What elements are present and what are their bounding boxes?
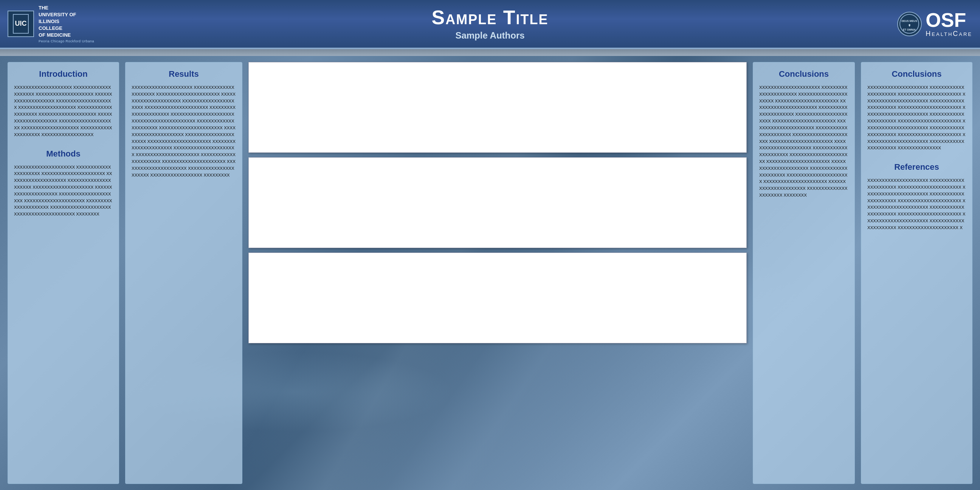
results-text: XXXXXXXXXXXXXXXXXXXXX XXXXXXXXXXXXXXXXXX… xyxy=(132,84,236,178)
poster-title: Sample Title xyxy=(113,7,867,29)
uic-text-block: The University of Illinois College of Me… xyxy=(38,5,94,43)
image-box-2 xyxy=(248,157,747,248)
results-title: Results xyxy=(132,69,236,79)
osf-emblem-icon: DEUS MEUS ✟ ET OMNIA xyxy=(897,12,922,36)
svg-text:✟: ✟ xyxy=(908,24,911,27)
panel-conclusions-1: Conclusions XXXXXXXXXXXXXXXXXXXXX XXXXXX… xyxy=(753,62,855,484)
osf-sub-text: HealthCare xyxy=(926,30,972,38)
uic-logo: UIC The University of Illinois College o… xyxy=(8,5,113,43)
header-separator xyxy=(0,49,980,56)
image-box-3 xyxy=(248,253,747,343)
conclusions2-title: Conclusions xyxy=(867,69,966,79)
header: UIC The University of Illinois College o… xyxy=(0,0,980,49)
osf-big-text: OSF xyxy=(926,10,972,30)
header-center: Sample Title Sample Authors xyxy=(113,7,867,40)
panel-intro-methods: Introduction XXXXXXXXXXXXXXXXXXXX XXXXXX… xyxy=(8,62,119,484)
poster-authors: Sample Authors xyxy=(113,30,867,41)
introduction-text: XXXXXXXXXXXXXXXXXXXX XXXXXXXXXXXXXXXXXXX… xyxy=(14,84,113,138)
panel-results: Results XXXXXXXXXXXXXXXXXXXXX XXXXXXXXXX… xyxy=(125,62,242,484)
uic-emblem-icon: UIC xyxy=(8,11,34,37)
methods-section: Methods XXXXXXXXXXXXXXXXXXXXX XXXXXXXXXX… xyxy=(14,149,113,218)
introduction-title: Introduction xyxy=(14,69,113,79)
conclusions2-text: XXXXXXXXXXXXXXXXXXXXX XXXXXXXXXXXXXXXXXX… xyxy=(867,84,966,152)
osf-text-block: OSF HealthCare xyxy=(926,10,972,38)
conclusions1-title: Conclusions xyxy=(759,69,848,79)
references-title: References xyxy=(867,162,966,172)
osf-logo: DEUS MEUS ✟ ET OMNIA OSF HealthCare xyxy=(867,10,972,38)
image-column xyxy=(248,62,747,484)
main-content: Introduction XXXXXXXXXXXXXXXXXXXX XXXXXX… xyxy=(0,56,980,490)
references-section: References XXXXXXXXXXXXXXXXXXXXX XXXXXXX… xyxy=(867,162,966,231)
image-box-1 xyxy=(248,62,747,153)
methods-text: XXXXXXXXXXXXXXXXXXXXX XXXXXXXXXXXXXXXXXX… xyxy=(14,164,113,218)
svg-text:ET OMNIA: ET OMNIA xyxy=(903,29,916,31)
methods-title: Methods xyxy=(14,149,113,159)
panel-conclusions-refs: Conclusions XXXXXXXXXXXXXXXXXXXXX XXXXXX… xyxy=(861,62,972,484)
uic-sub-text: Peoria Chicago Rockford Urbana xyxy=(38,39,94,43)
conclusions1-text: XXXXXXXXXXXXXXXXXXXXX XXXXXXXXXXXXXXXXXX… xyxy=(759,84,848,199)
references-text: XXXXXXXXXXXXXXXXXXXXX XXXXXXXXXXXXXXXXXX… xyxy=(867,177,966,231)
uic-name-text: The University of Illinois College of Me… xyxy=(38,5,94,39)
svg-text:UIC: UIC xyxy=(15,20,27,27)
svg-text:DEUS MEUS: DEUS MEUS xyxy=(902,20,918,22)
